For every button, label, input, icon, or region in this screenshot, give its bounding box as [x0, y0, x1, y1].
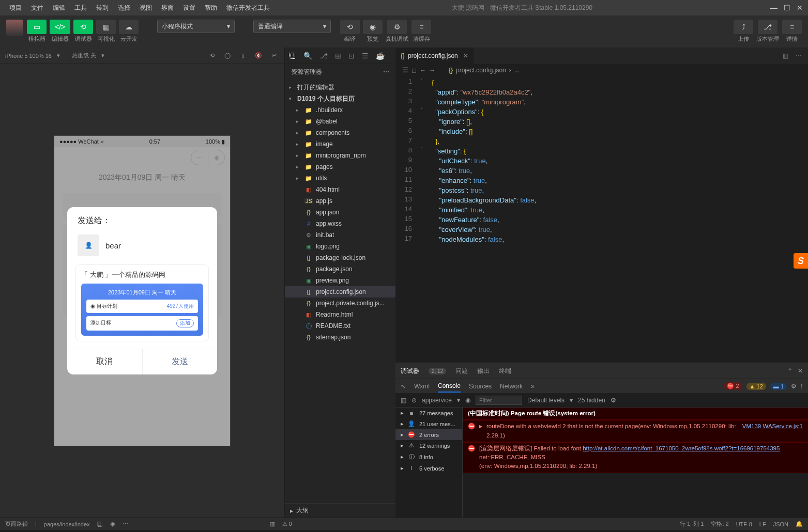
encoding[interactable]: UTF-8: [736, 521, 752, 527]
output-tab[interactable]: 输出: [477, 367, 490, 375]
menu-设置[interactable]: 设置: [179, 2, 200, 14]
code-editor[interactable]: { "appid": "wx75c2922fb0a2a4c2", "compil…: [426, 76, 808, 363]
ext2-icon[interactable]: ⊡: [348, 52, 355, 60]
ext-icon[interactable]: ⊞: [335, 52, 341, 60]
file-init.bat[interactable]: ⚙init.bat: [285, 229, 395, 241]
levels-select[interactable]: Default levels: [527, 397, 565, 404]
search-icon[interactable]: 🔍: [303, 52, 312, 60]
branch-icon[interactable]: ⎇: [319, 52, 328, 60]
user-avatar[interactable]: [6, 20, 23, 36]
indent-icon[interactable]: ☰: [403, 67, 408, 74]
menu-编辑[interactable]: 编辑: [49, 2, 69, 14]
上传-button[interactable]: ⤴: [734, 20, 753, 34]
phone-icon[interactable]: ▯: [238, 52, 248, 59]
file-image[interactable]: ▸📁image: [285, 138, 395, 150]
版本管理-button[interactable]: ⎇: [758, 20, 777, 34]
outline-section[interactable]: ▸大纲: [285, 503, 395, 518]
editor-tab[interactable]: {} project.config.json ✕: [395, 48, 474, 64]
gear-icon[interactable]: ⚙: [791, 381, 797, 392]
bookmark-icon[interactable]: ◻: [411, 67, 417, 74]
menu-选择[interactable]: 选择: [114, 2, 134, 14]
dock-icon[interactable]: ⁞: [801, 381, 803, 392]
more-icon[interactable]: ⋯: [796, 52, 802, 59]
files-icon[interactable]: ⿻: [289, 52, 296, 60]
modal-send-button[interactable]: 发送: [143, 349, 218, 374]
tab-close-icon[interactable]: ✕: [463, 52, 468, 59]
project-root[interactable]: ▾D1019 个人目标日历: [285, 93, 395, 104]
warn-count[interactable]: ⚠ 0: [282, 521, 292, 527]
详情-button[interactable]: ≡: [782, 20, 802, 34]
调试器-button[interactable]: ⟲: [73, 20, 93, 34]
more-tabs-icon[interactable]: »: [531, 381, 535, 392]
console-tab[interactable]: Console: [438, 380, 461, 393]
problems-tab[interactable]: 问题: [455, 367, 468, 375]
eol[interactable]: LF: [759, 521, 766, 527]
panel-icon[interactable]: ▥: [270, 521, 275, 527]
filter-5 verbose[interactable]: ▸⁞5 verbose: [395, 463, 462, 474]
clear-icon[interactable]: ⊘: [411, 397, 417, 404]
inspect-icon[interactable]: ↖: [401, 381, 406, 392]
hot-reload-toggle[interactable]: 热重载 关: [72, 52, 96, 59]
mode-select[interactable]: 小程序模式▾: [157, 20, 235, 33]
file-package-lock.json[interactable]: {}package-lock.json: [285, 252, 395, 263]
filter-input[interactable]: [476, 396, 522, 405]
file-app.js[interactable]: JSapp.js: [285, 195, 395, 207]
eye-icon[interactable]: ◉: [465, 397, 470, 404]
filter-2 errors[interactable]: ▸⛔2 errors: [395, 429, 462, 440]
eye-icon[interactable]: ◉: [110, 521, 115, 527]
file-project.private.config.js...[interactable]: {}project.private.config.js...: [285, 298, 395, 309]
network-tab[interactable]: Network: [500, 381, 523, 392]
file-utils[interactable]: ▸📁utils: [285, 173, 395, 184]
close-icon[interactable]: ✕: [797, 4, 803, 12]
wxml-tab[interactable]: Wxml: [414, 381, 430, 392]
close-icon[interactable]: ✕: [798, 367, 803, 374]
云开发-button[interactable]: ☁: [119, 20, 139, 34]
collapse-icon[interactable]: ⌃: [787, 367, 792, 374]
nav-fwd-icon[interactable]: →: [429, 67, 435, 74]
stop-icon[interactable]: ◯: [222, 52, 233, 59]
file-preview.png[interactable]: ▣preview.png: [285, 275, 395, 286]
file-README.txt[interactable]: ⓘREADME.txt: [285, 320, 395, 332]
sources-tab[interactable]: Sources: [469, 381, 492, 392]
sogou-badge[interactable]: S: [794, 253, 808, 269]
可视化-button[interactable]: ▦: [96, 20, 116, 34]
hidden-count[interactable]: 25 hidden: [578, 397, 605, 404]
file-@babel[interactable]: ▸📁@babel: [285, 116, 395, 127]
menu-工具[interactable]: 工具: [70, 2, 91, 14]
file-components[interactable]: ▸📁components: [285, 127, 395, 138]
device-select[interactable]: iPhone 5 100% 16: [5, 53, 52, 59]
nav-back-icon[interactable]: ←: [420, 67, 426, 74]
编译-button[interactable]: ⟲: [340, 20, 360, 34]
file-app.json[interactable]: {}app.json: [285, 207, 395, 218]
menu-文件[interactable]: 文件: [27, 2, 48, 14]
file-package.json[interactable]: {}package.json: [285, 263, 395, 275]
more-icon[interactable]: ⋯: [123, 521, 128, 527]
cup-icon[interactable]: ☕: [376, 52, 385, 60]
file-Readme.html[interactable]: ◧Readme.html: [285, 309, 395, 320]
预览-button[interactable]: ◉: [363, 20, 383, 34]
language-mode[interactable]: JSON: [773, 521, 788, 527]
真机调试-button[interactable]: ⚙: [387, 20, 407, 34]
file-project.config.json[interactable]: {}project.config.json: [285, 286, 395, 298]
清缓存-button[interactable]: ≡: [411, 20, 431, 34]
filter-27 messages[interactable]: ▸≡27 messages: [395, 408, 462, 418]
debugger-tab[interactable]: 调试器: [401, 367, 419, 375]
copy-icon[interactable]: ⿻: [97, 521, 103, 527]
filter-21 user mes...[interactable]: ▸👤21 user mes...: [395, 418, 462, 429]
open-editors-section[interactable]: ▸打开的编辑器: [285, 82, 395, 93]
console-messages[interactable]: (中国标准时间) Page route 错误(system error) ⛔ ▸…: [463, 408, 808, 518]
file-sitemap.json[interactable]: {}sitemap.json: [285, 332, 395, 343]
page-path[interactable]: pages/index/index: [44, 521, 90, 527]
filter-8 info[interactable]: ▸ⓘ8 info: [395, 451, 462, 463]
menu-帮助[interactable]: 帮助: [201, 2, 221, 14]
maximize-icon[interactable]: ☐: [784, 4, 790, 12]
context-select[interactable]: appservice: [422, 397, 452, 404]
file-pages[interactable]: ▸📁pages: [285, 161, 395, 173]
bell-icon[interactable]: 🔔: [796, 521, 803, 527]
error-source-link[interactable]: VM139 WAService.js:1: [742, 422, 803, 440]
mute-icon[interactable]: 🔇: [253, 52, 264, 59]
breadcrumb-file[interactable]: project.config.json: [456, 67, 506, 74]
file-.hbuilderx[interactable]: ▸📁.hbuilderx: [285, 104, 395, 116]
compile-select[interactable]: 普通编译▾: [253, 20, 331, 33]
menu-转到[interactable]: 转到: [92, 2, 113, 14]
